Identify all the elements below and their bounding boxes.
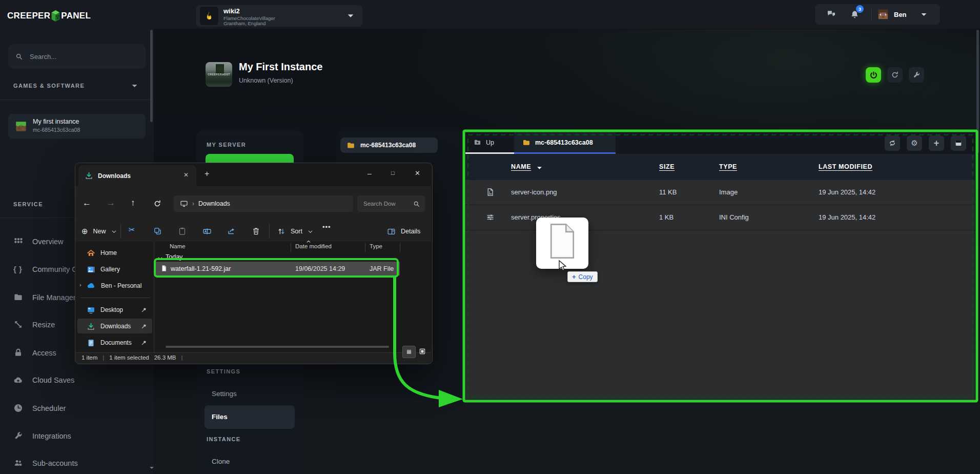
explorer-tab[interactable]: Downloads ✕ [78,165,196,186]
thumbnail-view-button[interactable] [416,346,428,357]
scroll-down-arrow-icon[interactable] [149,465,155,471]
fm-col-modified[interactable]: LAST MODIFIED [819,163,872,170]
power-button[interactable] [866,67,881,83]
copy-icon[interactable] [153,227,162,235]
explorer-search-box[interactable] [357,195,425,212]
col-type[interactable]: Type [370,243,382,249]
tab-current-folder[interactable]: mc-685413c63ca08 [514,132,616,154]
fm-refresh-button[interactable] [885,135,900,151]
sidebar-item-resize[interactable]: Resize [13,320,55,329]
explorer-search-input[interactable] [362,200,411,207]
horizontal-scrollbar[interactable] [166,346,389,348]
window-maximize-icon[interactable]: □ [391,170,395,176]
status-size: 26.3 MB [154,354,176,361]
plus-icon: + [572,273,576,281]
fm-col-size[interactable]: SIZE [659,163,675,170]
fm-table-header: NAME SIZE TYPE LAST MODIFIED [465,154,975,180]
more-options-icon[interactable]: ••• [322,223,331,231]
restart-button[interactable] [887,67,903,83]
chat-icon[interactable] [826,9,836,19]
image-file-icon [486,188,495,196]
fm-col-type[interactable]: TYPE [719,163,737,170]
divider [120,224,121,239]
divider [0,100,154,100]
server-location: Grantham, England [223,21,266,26]
server-name: wiki2 [223,7,240,15]
sidebar-instance-card[interactable]: My first instance mc-685413c63ca08 [8,114,146,139]
forward-icon[interactable]: → [107,198,115,208]
tab-close-icon[interactable]: ✕ [183,171,189,179]
sidebar-item-file-manager[interactable]: File Manager [13,292,76,302]
group-header[interactable]: Today [166,253,182,261]
chevron-down-icon [111,229,117,234]
explorer-nav-desktop[interactable]: Desktop [87,303,123,317]
selected-file-row[interactable]: waterfall-1.21-592.jar 19/06/2025 14:29 … [155,262,400,275]
configure-button[interactable] [909,67,924,83]
explorer-nav-downloads[interactable]: Downloads [87,319,131,333]
server-icon-tile [200,7,218,25]
this-pc-icon [180,200,188,208]
delete-icon[interactable] [252,227,260,235]
explorer-nav-gallery[interactable]: Gallery [87,262,120,276]
status-selected: 1 item selected [109,354,149,361]
tab-up[interactable]: Up [465,132,514,154]
paste-icon[interactable] [178,227,187,235]
instance-card-title: My first instance [33,118,79,125]
sort-button[interactable]: Sort [277,225,313,238]
sidebar-item-sub-accounts[interactable]: Sub-accounts [13,458,78,468]
share-icon[interactable] [227,227,236,235]
window-minimize-icon[interactable]: – [368,169,372,177]
sidebar-item-integrations[interactable]: Integrations [13,431,71,441]
new-tab-icon[interactable]: + [205,169,209,179]
new-button[interactable]: ⊕ New [81,225,117,238]
sidebar-item-overview[interactable]: Overview [13,236,63,246]
col-name[interactable]: Name [170,243,186,249]
explorer-nav-home[interactable]: Home [87,246,117,260]
up-icon[interactable]: ↑ [131,198,135,208]
explorer-nav-documents[interactable]: Documents [87,335,132,350]
cut-icon[interactable]: ✂ [129,225,135,234]
cloud-upload-icon [13,375,23,385]
flame-icon [203,10,215,22]
thumbnail-watermark: CREEPERHOST [206,73,232,76]
chevron-down-icon[interactable] [131,82,138,90]
server-selector[interactable]: wiki2 FlameChocolateVillager Grantham, E… [196,5,362,27]
my-server-header: MY SERVER [207,142,246,148]
downloads-icon [85,171,93,180]
nav-item-settings[interactable]: Settings [212,390,237,398]
search-icon [15,52,23,61]
list-view-button[interactable] [402,346,416,358]
back-icon[interactable]: ← [83,198,91,208]
address-bar[interactable]: › Downloads [174,195,353,212]
rename-icon[interactable] [202,227,212,236]
explorer-nav-onedrive[interactable]: Ben - Personal [87,279,141,293]
fm-view-button[interactable] [951,135,966,151]
user-menu[interactable]: Ben [877,4,928,25]
folder-breadcrumb-chip[interactable]: mc-685413c63ca08 [340,137,438,153]
page-scrollbar[interactable] [976,30,979,153]
window-close-icon[interactable]: ✕ [415,169,420,177]
sidebar-item-scheduler[interactable]: Scheduler [13,403,66,413]
group-collapse-icon[interactable] [157,255,163,261]
nav-item-clone[interactable]: Clone [212,458,230,465]
fm-col-name[interactable]: NAME [511,163,531,170]
fm-settings-button[interactable]: ⚙ [907,135,922,151]
sidebar-item-community[interactable]: { } Community G [13,265,78,273]
logo-text-right: PANEL [61,11,91,21]
sidebar-item-access[interactable]: Access [13,348,56,358]
col-date-modified[interactable]: Date modified [295,243,332,249]
nav-item-files-active[interactable]: Files [205,405,295,429]
sidebar-scrollbar[interactable] [150,30,153,122]
refresh-icon[interactable] [153,200,161,208]
table-row[interactable]: server-icon.png 11 KB Image 19 Jun 2025,… [465,180,975,205]
sidebar-item-cloud-saves[interactable]: Cloud Saves [13,375,74,385]
divider [871,8,872,21]
expander-chevron-icon[interactable]: › [79,282,81,288]
details-button[interactable]: Details [387,225,420,238]
search-input[interactable] [29,52,138,61]
explorer-statusbar: 1 item | 1 item selected 26.3 MB | [75,352,431,364]
fm-new-button[interactable]: + [929,135,944,151]
drag-copy-tooltip: + Copy [567,271,598,282]
sidebar-search[interactable] [8,44,146,69]
sliders-config-icon [486,213,495,222]
